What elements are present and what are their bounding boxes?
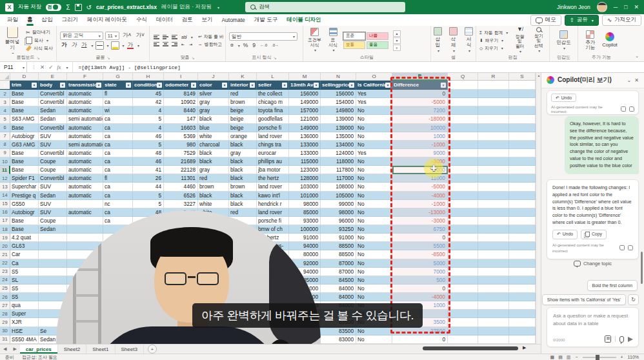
cell[interactable]: GL63 [10,242,39,250]
filter-icon[interactable]: ▼ [282,83,287,88]
suggestion-chip[interactable]: Show items with 'Is California' of 'Yes' [542,294,626,305]
cell[interactable]: red [198,174,229,183]
cell[interactable]: automatic [67,183,103,191]
empty-cell[interactable] [478,242,509,250]
empty-cell[interactable] [509,106,536,115]
row-number[interactable]: 22 [0,259,10,268]
cell[interactable]: 149000 [289,124,321,132]
cell[interactable]: 7529 [164,149,198,157]
empty-cell[interactable] [509,285,536,293]
empty-cell[interactable] [448,217,478,225]
cell[interactable]: 117800 [321,166,356,174]
empty-cell[interactable] [448,90,478,98]
merge-center-button[interactable]: ⇔병합하고 가운데 맞춤▾ [197,41,223,48]
cell[interactable]: 42 [133,98,164,106]
fx-icon[interactable]: fx [57,64,61,70]
empty-cell[interactable] [478,268,509,276]
zoom-level[interactable]: 110% [628,355,639,359]
cell[interactable]: black [229,174,257,183]
underline-button[interactable]: 가 [80,41,88,49]
cell[interactable]: No [356,259,392,268]
empty-cell[interactable] [478,149,509,157]
empty-cell[interactable] [509,268,536,276]
cell[interactable]: SUV [39,200,67,208]
cell[interactable]: automatic [67,98,103,106]
shrink-font-button[interactable]: 가˅ [135,32,146,39]
filter-icon[interactable]: ▼ [349,83,354,88]
format-as-table-button[interactable]: 표 서식▾ [326,27,340,54]
empty-cell[interactable] [478,276,509,285]
align-center-icon[interactable] [162,41,169,47]
filter-icon[interactable]: ▼ [96,83,101,88]
import-button[interactable]: ∿ 가져오기 [602,15,641,26]
formula-input[interactable]: =[@[13mth Avg]] - [@sellingprice] [73,65,180,70]
cell[interactable]: No [356,166,392,174]
cell[interactable]: S5 [10,268,39,276]
refresh-suggestions-button[interactable]: ↻ [628,294,639,305]
row-number[interactable]: 7 [0,132,10,141]
empty-cell[interactable] [509,115,536,123]
number-format-select[interactable]: 일반▾ [229,32,297,41]
copy-button[interactable]: Copy [581,230,607,239]
autosum-button[interactable]: Σ자동 합계▾ [478,29,509,36]
align-bottom-icon[interactable] [171,34,178,40]
cell[interactable] [39,285,67,293]
empty-cell[interactable] [478,200,509,208]
empty-cell[interactable] [448,242,478,250]
add-sheet-button[interactable]: + [148,345,157,354]
cell[interactable]: S5 [10,293,39,301]
copilot-scrollbar[interactable] [641,252,643,284]
cell[interactable]: automatic [67,106,103,115]
suggestion-chip[interactable]: Bold the first column [587,280,638,291]
align-top-icon[interactable] [153,34,160,40]
cell[interactable]: white [198,200,229,208]
cell[interactable]: white [198,132,229,141]
addins-button[interactable]: 추가 기능 [583,30,598,52]
table-header-13mth-avg[interactable]: 13mth Avg▼ [289,81,321,90]
column-header-I[interactable]: I [164,72,198,81]
cell[interactable]: 103000 [289,183,321,191]
comments-button[interactable]: 메모 [530,15,561,26]
normal-view-icon[interactable]: ▦ [550,355,555,360]
cell[interactable]: Convertibl [39,149,67,157]
cell[interactable]: the collect [257,90,289,98]
row-number[interactable]: 26 [0,293,10,301]
cell[interactable]: No [356,242,392,250]
mic-icon[interactable] [619,336,624,343]
cell[interactable]: 26 [133,174,164,183]
hscroll-right-icon[interactable]: ▶ [523,345,526,350]
cell[interactable]: 117000 [321,174,356,183]
cell[interactable]: 93000 [289,217,321,225]
cell[interactable]: 5 [133,141,164,149]
cell[interactable]: charcoal [198,141,229,149]
empty-cell[interactable] [478,335,509,344]
cell[interactable]: 5369 [164,132,198,141]
cell[interactable]: No [356,234,392,242]
cell[interactable]: 88500 [321,250,356,259]
empty-cell[interactable] [448,115,478,123]
sheet-nav-left-icon[interactable]: ◀ [0,346,10,352]
cell[interactable]: 87000 [321,259,356,268]
empty-cell[interactable] [509,132,536,141]
cell[interactable]: No [356,132,392,141]
table-header-trim[interactable]: trim▼ [10,81,39,90]
row-number[interactable]: 30 [0,327,10,335]
cell[interactable]: beige [229,124,257,132]
cell[interactable]: 4.2 quat [10,234,39,242]
empty-cell[interactable] [478,106,509,115]
cell[interactable]: 139000 [321,115,356,123]
column-header-E[interactable]: E [39,72,67,81]
find-select-button[interactable]: 찾기 및 선택▾ [530,27,547,54]
row-number[interactable]: 8 [0,141,10,149]
cell-style-neutral[interactable]: 보통 [343,41,365,49]
cell[interactable]: No [356,192,392,200]
cell[interactable]: S5 [10,285,39,293]
cell[interactable]: 48 [133,149,164,157]
cell[interactable] [39,268,67,276]
cell[interactable]: land rover [257,208,289,217]
search-input[interactable]: 검색 [245,2,405,12]
cell[interactable]: 84500 [321,276,356,285]
cell[interactable]: automatic [67,174,103,183]
cell[interactable]: automatic [67,157,103,166]
column-header-H[interactable]: H [133,72,164,81]
